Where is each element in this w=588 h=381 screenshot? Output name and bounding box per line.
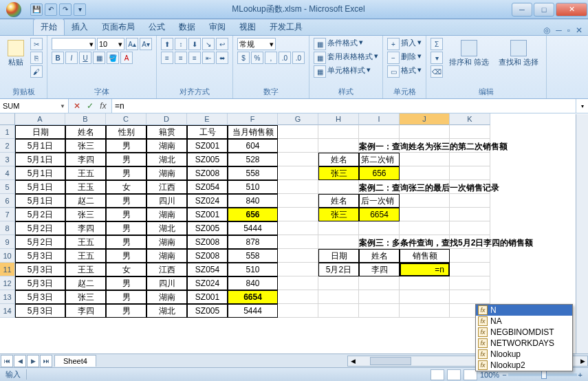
percent-icon[interactable]: % [251,52,263,64]
cell[interactable] [359,139,400,153]
cell[interactable]: 王五 [65,235,106,249]
cell[interactable] [400,139,450,153]
cell[interactable] [400,276,450,290]
cell[interactable]: 840 [228,194,278,208]
col-header[interactable]: J [400,113,450,125]
cell[interactable] [450,180,490,194]
cell[interactable]: 李四 [65,304,106,318]
row-header[interactable]: 5 [0,180,15,194]
cell[interactable]: 湖南 [146,249,187,263]
cell[interactable] [400,125,450,139]
cell[interactable] [450,153,490,166]
column-headers[interactable]: ABCDEFGHIJK [15,113,490,125]
cell[interactable]: 性别 [106,125,146,139]
cell[interactable]: SZ005 [187,304,228,318]
table-format-button[interactable]: ▦套用表格格式▾ [314,52,378,64]
cell[interactable] [400,180,450,194]
row-headers[interactable]: 1234567891011121314 [0,125,15,318]
cell[interactable]: SZ008 [187,235,228,249]
cell[interactable]: 656 [228,208,278,221]
zoom-in-icon[interactable]: + [578,371,582,379]
inc-decimal-icon[interactable]: .0 [279,52,291,64]
autosum-icon[interactable]: Σ [431,38,443,50]
cell[interactable] [400,290,450,304]
cell[interactable]: 558 [228,249,278,263]
cell[interactable] [400,208,450,221]
cell[interactable]: 姓名 [65,125,106,139]
close-button[interactable]: ✕ [556,3,587,17]
cell[interactable] [450,208,490,221]
cell[interactable]: 日期 [318,249,359,263]
sheet-nav-prev-icon[interactable]: ◀ [14,355,26,367]
cell[interactable] [278,290,318,304]
cell[interactable] [318,304,359,318]
cell[interactable]: 籍贯 [146,125,187,139]
cell[interactable] [359,276,400,290]
cell[interactable]: SZ054 [187,263,228,276]
cell[interactable]: 湖南 [146,208,187,221]
format-cells-button[interactable]: ▭格式▾ [387,65,422,78]
cell[interactable]: 李四 [359,263,400,276]
align-left-icon[interactable]: ≡ [161,52,173,64]
cell[interactable]: SZ054 [187,180,228,194]
cell[interactable] [278,235,318,249]
row-header[interactable]: 12 [0,276,15,290]
cell[interactable]: 男 [106,153,146,166]
font-name-dropdown[interactable]: ▾ [52,38,96,50]
close-workbook-icon[interactable]: ✕ [576,25,582,35]
cell[interactable] [278,139,318,153]
col-header[interactable]: A [15,113,65,125]
row-header[interactable]: 9 [0,235,15,249]
cell[interactable] [450,194,490,208]
cell[interactable]: 销售额 [400,249,450,263]
cell[interactable]: 男 [106,221,146,235]
fill-color-button[interactable]: 🪣 [107,52,119,64]
name-box[interactable]: SUM▼ [0,99,69,113]
restore-window-icon[interactable]: ▫ [567,25,570,35]
cell[interactable] [359,221,400,235]
cell[interactable]: =n [400,263,450,276]
cell[interactable]: 工号 [187,125,228,139]
cell[interactable] [278,221,318,235]
cell[interactable]: 5月1日 [15,139,65,153]
cell[interactable]: 女 [106,263,146,276]
cell[interactable] [359,180,400,194]
col-header[interactable]: B [65,113,106,125]
underline-button[interactable]: U [79,52,91,64]
cell[interactable]: 5月3日 [15,276,65,290]
ribbon-tab-7[interactable]: 开发工具 [263,19,309,35]
cell[interactable]: 男 [106,249,146,263]
cell[interactable] [450,276,490,290]
col-header[interactable]: H [318,113,359,125]
qat-more-icon[interactable]: ▾ [74,3,86,16]
format-painter-icon[interactable]: 🖌 [30,65,43,78]
row-header[interactable]: 13 [0,290,15,304]
cell[interactable]: 5月2日 [15,221,65,235]
autocomplete-item[interactable]: fxNA [476,316,572,327]
zoom-slider[interactable] [508,373,577,376]
shrink-font-icon[interactable]: A▾ [140,38,152,50]
cell[interactable]: 6654 [359,208,400,221]
help-icon[interactable]: ◎ [543,25,550,35]
cell[interactable]: 女 [106,180,146,194]
cell[interactable]: 张三 [65,139,106,153]
cell[interactable] [359,304,400,318]
cell[interactable]: 张三 [318,166,359,180]
cell[interactable] [450,125,490,139]
cell[interactable]: 李四 [65,153,106,166]
autocomplete-item[interactable]: fxNlookup2 [476,360,572,371]
cell[interactable] [318,235,359,249]
fx-icon[interactable]: fx [98,101,109,111]
cell[interactable]: 5444 [228,304,278,318]
qat-save-icon[interactable]: 💾 [30,3,43,16]
cell[interactable]: SZ001 [187,139,228,153]
expand-formula-icon[interactable]: ▾ [576,99,588,113]
cell[interactable]: SZ005 [187,221,228,235]
cell[interactable]: 李四 [65,221,106,235]
cell[interactable]: 日期 [15,125,65,139]
cell[interactable]: 5月1日 [15,153,65,166]
qat-undo-icon[interactable]: ↶ [45,3,57,16]
cell[interactable]: 张三 [65,290,106,304]
cell[interactable]: 528 [228,153,278,166]
normal-view-icon[interactable] [431,369,444,380]
